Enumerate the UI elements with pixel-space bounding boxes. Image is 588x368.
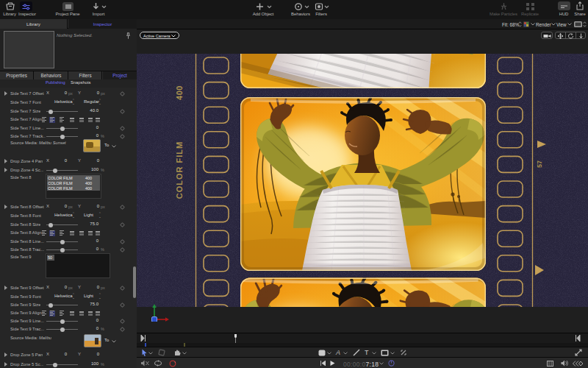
svg-text:COLOR FILM: COLOR FILM xyxy=(175,141,184,199)
svg-text:57: 57 xyxy=(536,160,543,168)
svg-text:400: 400 xyxy=(175,85,184,100)
